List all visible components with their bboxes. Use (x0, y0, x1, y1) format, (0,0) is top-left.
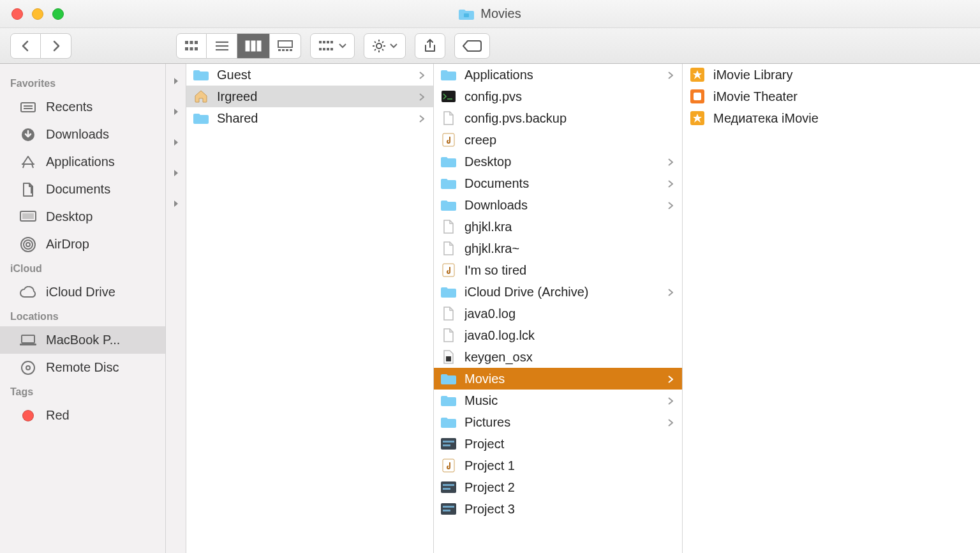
file-item-label: iMovie Library (713, 68, 972, 82)
action-button-group (364, 33, 406, 59)
sidebar-item-macbook-p-[interactable]: MacBook P... (0, 326, 165, 354)
sidebar-item-recents[interactable]: Recents (0, 93, 165, 121)
file-item[interactable]: Project 2 (434, 476, 682, 498)
file-item[interactable]: config.pvs (434, 86, 682, 107)
svg-rect-35 (21, 103, 35, 112)
file-item[interactable]: Movies (434, 368, 682, 390)
file-item[interactable]: Documents (434, 172, 682, 194)
file-item[interactable]: Guest (186, 64, 433, 86)
disclosure-arrow-icon[interactable] (173, 193, 179, 215)
music-doc-icon (440, 263, 457, 277)
close-window-button[interactable] (11, 8, 23, 20)
file-item[interactable]: keygen_osx (434, 346, 682, 368)
sidebar-item-downloads[interactable]: Downloads (0, 121, 165, 148)
file-item[interactable]: Медиатека iMovie (683, 107, 980, 129)
svg-rect-48 (442, 91, 456, 102)
file-item-label: keygen_osx (464, 350, 674, 365)
file-item-label: Guest (217, 68, 412, 82)
titlebar: Movies (0, 0, 980, 28)
svg-rect-5 (190, 47, 193, 50)
disclosure-arrow-icon[interactable] (173, 70, 179, 92)
file-item[interactable]: Project (434, 433, 682, 455)
edit-tags-button[interactable] (454, 33, 490, 59)
column-view-button[interactable] (237, 33, 270, 59)
tags-button-group (454, 33, 490, 59)
sidebar-item-label: Desktop (46, 209, 93, 224)
file-item[interactable]: creep (434, 129, 682, 151)
sidebar-item-documents[interactable]: Documents (0, 176, 165, 203)
sidebar-section-header: Favorites (0, 73, 165, 93)
disclosure-arrow-icon[interactable] (173, 162, 179, 184)
sidebar-item-label: iCloud Drive (46, 285, 115, 299)
window-title: Movies (0, 6, 980, 21)
file-item[interactable]: Irgreed (186, 86, 433, 107)
garageband-icon (440, 480, 457, 494)
chevron-right-icon (668, 415, 674, 430)
sidebar-item-desktop[interactable]: Desktop (0, 203, 165, 231)
window-controls (11, 8, 64, 20)
file-item[interactable]: iCloud Drive (Archive) (434, 281, 682, 303)
sidebar-item-label: Red (46, 408, 70, 423)
file-item[interactable]: Applications (434, 64, 682, 86)
file-item[interactable]: java0.log.lck (434, 324, 682, 346)
toolbar (0, 28, 980, 64)
svg-rect-17 (290, 49, 292, 51)
sidebar-item-remote-disc[interactable]: Remote Disc (0, 354, 165, 381)
file-item[interactable]: Project 1 (434, 455, 682, 476)
fullscreen-window-button[interactable] (52, 8, 64, 20)
sidebar-item-airdrop[interactable]: AirDrop (0, 231, 165, 258)
svg-rect-23 (323, 48, 325, 50)
file-item-label: ghjkl.kra~ (464, 241, 674, 256)
chevron-right-icon (668, 393, 674, 408)
list-view-button[interactable] (207, 33, 237, 59)
folder-icon (193, 111, 209, 125)
file-item[interactable]: Pictures (434, 411, 682, 433)
sidebar-item-applications[interactable]: Applications (0, 148, 165, 176)
sidebar-item-label: MacBook P... (46, 333, 120, 347)
file-item[interactable]: Shared (186, 107, 433, 129)
sidebar-item-red[interactable]: Red (0, 402, 165, 429)
svg-rect-54 (443, 444, 450, 446)
file-item[interactable]: java0.log (434, 303, 682, 324)
gallery-view-button[interactable] (270, 33, 301, 59)
file-item-label: Медиатека iMovie (713, 111, 972, 126)
forward-button[interactable] (41, 33, 71, 59)
folder-icon (440, 155, 457, 169)
file-item[interactable]: Music (434, 390, 682, 411)
file-item[interactable]: ghjkl.kra (434, 216, 682, 238)
file-item[interactable]: Project 3 (434, 498, 682, 520)
file-item-label: Music (464, 393, 660, 408)
folder-icon (193, 68, 209, 82)
share-button-group (415, 33, 445, 59)
chevron-right-icon (668, 285, 674, 299)
back-button[interactable] (10, 33, 41, 59)
sidebar-item-icloud-drive[interactable]: iCloud Drive (0, 278, 165, 306)
group-by-button[interactable] (310, 33, 355, 59)
minimize-window-button[interactable] (32, 8, 43, 20)
finder-body: FavoritesRecentsDownloadsApplicationsDoc… (0, 64, 980, 553)
file-item[interactable]: iMovie Library (683, 64, 980, 86)
file-item[interactable]: ghjkl.kra~ (434, 238, 682, 259)
file-item[interactable]: Desktop (434, 151, 682, 172)
file-item[interactable]: I'm so tired (434, 259, 682, 281)
folder-icon (440, 285, 457, 299)
svg-rect-45 (20, 344, 36, 345)
icon-view-button[interactable] (176, 33, 207, 59)
share-button[interactable] (415, 33, 445, 59)
column-view: GuestIrgreedShared Applicationsconfig.pv… (166, 64, 980, 553)
file-item-label: Project (464, 437, 674, 451)
sidebar-section-header: iCloud (0, 258, 165, 278)
svg-rect-1 (185, 41, 188, 44)
file-item[interactable]: Downloads (434, 194, 682, 216)
chevron-right-icon (668, 372, 674, 386)
svg-rect-3 (195, 41, 198, 44)
disclosure-arrow-icon[interactable] (173, 101, 179, 123)
action-menu-button[interactable] (364, 33, 406, 59)
svg-point-46 (22, 361, 34, 374)
disclosure-arrow-icon[interactable] (173, 132, 179, 153)
file-item[interactable]: iMovie Theater (683, 86, 980, 107)
svg-rect-6 (195, 47, 198, 50)
file-item[interactable]: config.pvs.backup (434, 107, 682, 129)
sidebar: FavoritesRecentsDownloadsApplicationsDoc… (0, 64, 166, 553)
laptop-icon (19, 333, 37, 347)
